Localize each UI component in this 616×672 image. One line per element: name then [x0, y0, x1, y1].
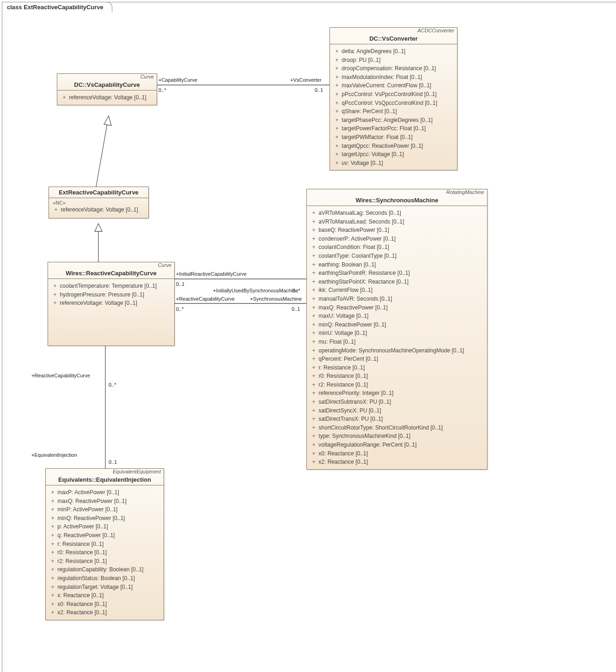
attribute-row: + regulationTarget: Voltage [0..1] [49, 583, 160, 592]
class-name: Equivalents::EquivalentInjection [58, 476, 151, 483]
class-body: + delta: AngleDegrees [0..1]+ droop: PU … [330, 44, 457, 170]
attribute-row: + coolantTemperature: Temperature [0..1] [52, 282, 171, 291]
attribute-row: + maxU: Voltage [0..1] [311, 312, 483, 321]
attribute-row: + minQ: ReactivePower [0..1] [49, 514, 160, 523]
attribute-row: + maxP: ActivePower [0..1] [49, 488, 160, 497]
attribute-row: + minQ: ReactivePower [0..1] [311, 321, 483, 329]
attribute-row: + satDirectSyncX: PU [0..1] [311, 406, 483, 415]
attribute-row: + manualToAVR: Seconds [0..1] [311, 295, 483, 303]
class-synchronousmachine: RotatingMachine Wires::SynchronousMachin… [306, 189, 488, 470]
attribute-row: + x0: Reactance [0..1] [49, 600, 160, 609]
attribute-row: + minU: Voltage [0..1] [311, 329, 483, 338]
attribute-row: + qPccControl: VsQpccControlKind [0..1] [334, 99, 453, 108]
role-rcc2: +ReactiveCapabilityCurve [31, 373, 90, 378]
mult-rcc: 0..* [176, 306, 184, 312]
stereotype: ACDCConverter [330, 28, 457, 33]
attribute-row: + earthingStarPointX: Reactance [0..1] [311, 278, 483, 286]
svg-marker-4 [95, 224, 102, 231]
diagram-frame: class ExtReactiveCapabilityCurve Curve D… [2, 2, 616, 672]
attribute-row: + referenceVoltage: Voltage [0..1] [53, 206, 145, 214]
attribute-row: + regulationStatus: Boolean [0..1] [49, 574, 160, 583]
attribute-row: + earthingStarPointR: Resistance [0..1] [311, 269, 483, 278]
attribute-row: + earthing: Boolean [0..1] [311, 260, 483, 269]
class-equivalentinjection: EquivalentEquipment Equivalents::Equival… [45, 468, 164, 620]
attribute-row: + r0: Resistance [0..1] [49, 548, 160, 557]
diagram-title: class ExtReactiveCapabilityCurve [7, 4, 104, 11]
class-name: Wires::SynchronousMachine [355, 197, 438, 204]
attribute-row: + delta: AngleDegrees [0..1] [334, 47, 453, 56]
attribute-row: + x2: Reactance [0..1] [49, 608, 160, 617]
mult-capabilitycurve: 0..* [159, 87, 166, 93]
class-name: ExtReactiveCapabilityCurve [59, 189, 139, 196]
attribute-row: + regulationCapability: Boolean [0..1] [49, 565, 160, 574]
class-body: + referenceVoltage: Voltage [0..1] [57, 91, 157, 105]
attribute-row: + r2: Resistance [0..1] [49, 557, 160, 566]
mult-sm: 0..1 [292, 306, 300, 312]
attribute-row: + qShare: PerCent [0..1] [334, 107, 453, 116]
attribute-row: + maxValveCurrent: CurrentFlow [0..1] [334, 81, 453, 90]
mult-eqinj: 0..1 [109, 459, 117, 465]
attribute-row: + maxModulationIndex: Float [0..1] [334, 73, 453, 82]
mult-iubsm: 0..* [293, 288, 300, 293]
role-ircc: +InitialReactiveCapabilityCurve [176, 271, 247, 277]
stereotype: Curve [48, 262, 174, 268]
attribute-row: + satDirectSubtransX: PU [0..1] [311, 398, 483, 406]
attribute-row: + aVRToManualLag: Seconds [0..1] [311, 209, 483, 218]
attribute-row: + referenceVoltage: Voltage [0..1] [61, 93, 153, 102]
diagram-title-tab: class ExtReactiveCapabilityCurve [2, 2, 112, 12]
attribute-row: + qPercent: PerCent [0..1] [311, 355, 483, 363]
attribute-row: + minP: ActivePower [0..1] [49, 505, 160, 514]
attribute-row: + droopCompensation: Resistance [0..1] [334, 64, 453, 73]
attribute-row: + x: Reactance [0..1] [49, 591, 160, 600]
class-extreactivecapabilitycurve: ExtReactiveCapabilityCurve «NC» + refere… [49, 187, 149, 218]
class-name: Wires::ReactiveCapabilityCurve [66, 270, 156, 277]
attribute-row: + referenceVoltage: Voltage [0..1] [52, 299, 171, 308]
attribute-row: + mu: Float [0..1] [311, 338, 483, 346]
class-body: + aVRToManualLag: Seconds [0..1]+ aVRToM… [307, 206, 487, 469]
role-capabilitycurve: +CapabilityCurve [159, 77, 197, 83]
attribute-row: + targetQpcc: ReactivePower [0..1] [334, 142, 453, 151]
class-name: DC::VsConverter [369, 35, 418, 42]
attribute-row: + p: ActivePower [0..1] [49, 522, 160, 531]
attribute-row: + r2: Resistance [0..1] [311, 381, 483, 389]
attribute-row: + baseQ: ReactivePower [0..1] [311, 226, 483, 235]
attribute-row: + x2: Reactance [0..1] [311, 458, 483, 466]
attribute-row: + targetPWMfactor: Float [0..1] [334, 133, 453, 142]
attribute-row: + ikk: CurrentFlow [0..1] [311, 286, 483, 295]
mult-vsconverter: 0..1 [315, 87, 323, 93]
role-vsconverter: +VsConverter [290, 77, 322, 83]
role-sm: +SynchronousMachine [250, 296, 302, 302]
mult-rcc2: 0..* [109, 382, 116, 387]
attribute-row: + voltageRegulationRange: PerCent [0..1] [311, 441, 483, 449]
class-vscapabilitycurve: Curve DC::VsCapabilityCurve + referenceV… [57, 73, 157, 105]
stereotype: RotatingMachine [307, 189, 487, 195]
class-vsconverter: ACDCConverter DC::VsConverter + delta: A… [329, 27, 457, 170]
class-body: + coolantTemperature: Temperature [0..1]… [48, 279, 174, 310]
attribute-row: + aVRToManualLead: Seconds [0..1] [311, 218, 483, 226]
svg-line-1 [96, 116, 109, 187]
mult-ircc: 0..1 [176, 281, 184, 287]
attribute-row: + pPccControl: VsPpccControlKind [0..1] [334, 90, 453, 99]
attribute-row: + operatingMode: SynchronousMachineOpera… [311, 346, 483, 355]
attribute-row: + q: ReactivePower [0..1] [49, 531, 160, 540]
attribute-row: + r: Resistance [0..1] [311, 363, 483, 372]
class-name: DC::VsCapabilityCurve [74, 81, 140, 88]
attribute-row: + coolantType: CoolantType [0..1] [311, 252, 483, 260]
attribute-row: + satDirectTransX: PU [0..1] [311, 415, 483, 424]
attribute-row: + maxQ: ReactivePower [0..1] [49, 497, 160, 506]
attribute-row: + targetPowerFactorPcc: Float [0..1] [334, 124, 453, 133]
role-eqinj: +EquivalentInjection [31, 452, 77, 458]
class-body: + maxP: ActivePower [0..1]+ maxQ: Reacti… [46, 485, 164, 620]
class-body: «NC» + referenceVoltage: Voltage [0..1] [49, 198, 148, 218]
attribute-row: + r0: Resistance [0..1] [311, 372, 483, 381]
attribute-row: + maxQ: ReactivePower [0..1] [311, 303, 483, 312]
attribute-row: + droop: PU [0..1] [334, 56, 453, 65]
attribute-row: + coolantCondition: Float [0..1] [311, 243, 483, 252]
attribute-row: + x0: Reactance [0..1] [311, 449, 483, 458]
diagram-body: Curve DC::VsCapabilityCurve + referenceV… [6, 13, 614, 670]
attribute-row: + condenserP: ActivePower [0..1] [311, 235, 483, 243]
section-label: «NC» [53, 200, 145, 206]
attribute-row: + uv: Voltage [0..1] [334, 159, 453, 168]
svg-marker-2 [104, 116, 111, 126]
attribute-row: + targetPhasePcc: AngleDegrees [0..1] [334, 116, 453, 125]
